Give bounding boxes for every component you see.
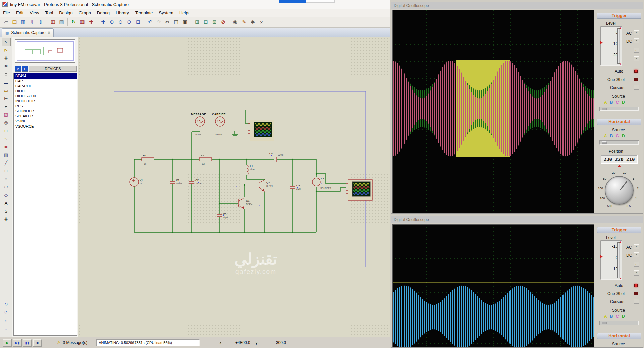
make-device-button[interactable]: ✎ (240, 18, 248, 27)
selection-mode-icon[interactable]: ↖ (2, 38, 11, 46)
level-up-icon[interactable]: ▲ (619, 26, 622, 29)
trigger-level-control[interactable]: ▲ ▼ -10010 (600, 240, 622, 280)
message-indicator[interactable]: ⚠ 3 Message(s) (57, 340, 87, 345)
text-script-mode-icon[interactable]: ≡ (2, 70, 11, 78)
channel-label[interactable]: D (622, 134, 625, 138)
subcircuit-mode-icon[interactable]: ▭ (2, 86, 11, 94)
packaging-tool-button[interactable]: ✱ (249, 18, 257, 27)
save-project-button[interactable]: ▥ (19, 18, 28, 27)
device-list-item[interactable]: VSOURCE (14, 124, 77, 129)
pan-button[interactable]: ✚ (99, 18, 107, 27)
block-copy-button[interactable]: ⊞ (193, 18, 201, 27)
undo-button[interactable]: ↶ (146, 18, 154, 27)
menu-item[interactable]: Edit (13, 9, 26, 16)
level-down-icon[interactable]: ▼ (619, 63, 622, 66)
channel-label[interactable]: C (616, 314, 619, 319)
mark-output-area-button[interactable]: ▧ (57, 18, 66, 27)
device-list-item[interactable]: DIODE (14, 89, 77, 94)
channel-label[interactable]: C (616, 100, 619, 105)
origin-button[interactable]: ✚ (87, 18, 95, 27)
terminal-mode-icon[interactable]: ⊢ (2, 94, 11, 102)
overview-preview[interactable] (15, 39, 75, 63)
junction-dot-mode-icon[interactable]: ✚ (2, 54, 11, 62)
timebase-knob[interactable] (605, 176, 634, 205)
text-2d-icon[interactable]: A (2, 199, 11, 207)
circle-2d-icon[interactable]: ○ (2, 175, 11, 183)
rotate-clockwise-icon[interactable]: ↻ (2, 300, 11, 308)
channel-label[interactable]: A (604, 314, 607, 319)
pick-device-button[interactable]: ◉ (231, 18, 239, 27)
device-list-item[interactable]: RES (14, 104, 77, 109)
graph-mode-icon[interactable]: ▧ (2, 110, 11, 118)
slider-thumb[interactable] (602, 141, 607, 144)
pause-button[interactable]: ▮▮ (23, 339, 32, 347)
slider-thumb[interactable] (602, 108, 607, 110)
trigger-edge-rising-button[interactable]: ⌐ (634, 48, 639, 53)
device-list-item[interactable]: SOUNDER (14, 109, 77, 114)
channel-label[interactable]: A (604, 134, 607, 138)
device-list-item[interactable]: DIODE-ZEN (14, 94, 77, 99)
menu-item[interactable]: File (0, 9, 13, 16)
level-pointer-icon[interactable] (600, 255, 603, 258)
zoom-in-button[interactable]: ⊕ (108, 18, 116, 27)
channel-label[interactable]: A (604, 100, 607, 105)
tape-recorder-mode-icon[interactable]: ◎ (2, 118, 11, 127)
auto-led[interactable] (634, 70, 638, 73)
zoom-all-button[interactable]: ⊙ (125, 18, 133, 27)
device-list-item[interactable]: BF494 (14, 73, 77, 79)
device-list[interactable]: BF494CAPCAP-POLDIODEDIODE-ZENINDUCTORRES… (13, 73, 77, 336)
zoom-area-button[interactable]: ⊡ (134, 18, 142, 27)
channel-label[interactable]: D (622, 314, 625, 319)
device-list-item[interactable]: VSINE (14, 119, 77, 124)
level-down-icon[interactable]: ▼ (619, 277, 622, 280)
menu-item[interactable]: System (156, 9, 176, 16)
oscilloscope-window-2[interactable]: Digital Oscilloscope Trigger Level ▲ ▼ -… (391, 216, 643, 348)
menu-item[interactable]: Debug (94, 9, 113, 16)
device-list-item[interactable]: CAP-POL (14, 84, 77, 89)
level-pointer-icon[interactable] (600, 41, 603, 44)
box-2d-icon[interactable]: □ (2, 167, 11, 175)
device-list-item[interactable]: CAP (14, 79, 77, 84)
cursors-button[interactable] (634, 85, 639, 90)
menu-item[interactable]: Template (132, 9, 156, 16)
menu-item[interactable]: Tool (42, 9, 56, 16)
menu-item[interactable]: Library (113, 9, 132, 16)
ac-coupling-button[interactable]: ~ (634, 30, 639, 35)
bus-mode-icon[interactable]: ▬ (2, 78, 11, 86)
symbol-2d-icon[interactable]: S (2, 207, 11, 215)
one-shot-led[interactable] (634, 292, 638, 295)
level-slider-track[interactable] (617, 242, 620, 278)
import-button[interactable]: ⇩ (28, 18, 36, 27)
current-probe-mode-icon[interactable]: ⊗ (2, 143, 11, 151)
open-project-button[interactable]: ▤ (10, 18, 19, 27)
component-mode-icon[interactable]: ⊳ (2, 46, 11, 54)
virtual-instruments-mode-icon[interactable]: ▥ (2, 151, 11, 159)
trigger-source-slider[interactable] (599, 107, 639, 111)
paste-button[interactable]: ▣ (181, 18, 189, 27)
block-delete-button[interactable]: ⊘ (219, 18, 227, 27)
stop-button[interactable]: ■ (33, 339, 42, 347)
tab-close-icon[interactable]: × (48, 30, 50, 35)
rotate-anticlockwise-icon[interactable]: ↺ (2, 308, 11, 316)
components[interactable] (130, 117, 348, 217)
decompose-button[interactable]: × (257, 18, 266, 27)
schematic-editing-window[interactable]: MESSAGE VSINE CARRIER VSINE R1 1k R2 10k… (78, 37, 390, 337)
menu-item[interactable]: Design (56, 9, 75, 16)
zoom-out-button[interactable]: ⊖ (116, 18, 125, 27)
step-button[interactable]: ▶▮ (13, 339, 22, 347)
dc-coupling-button[interactable]: = (634, 38, 639, 43)
arc-2d-icon[interactable]: ◠ (2, 183, 11, 191)
channel-label[interactable]: B (610, 314, 613, 319)
device-pin-mode-icon[interactable]: ⌐ (2, 102, 11, 110)
schematic-canvas[interactable]: MESSAGE VSINE CARRIER VSINE R1 1k R2 10k… (78, 37, 390, 337)
cut-button[interactable]: ✂ (163, 18, 172, 27)
voltage-probe-mode-icon[interactable]: ∿ (2, 135, 11, 143)
grid-toggle-button[interactable]: ▦ (78, 18, 87, 27)
new-file-button[interactable]: ▱ (2, 18, 10, 27)
generator-mode-icon[interactable]: ⊙ (2, 127, 11, 135)
library-button[interactable]: L (22, 66, 28, 72)
path-2d-icon[interactable]: ◇ (2, 191, 11, 199)
dc-coupling-button[interactable]: = (634, 252, 639, 257)
line-2d-icon[interactable]: ╱ (2, 159, 11, 167)
pick-parts-button[interactable]: P (15, 66, 21, 72)
